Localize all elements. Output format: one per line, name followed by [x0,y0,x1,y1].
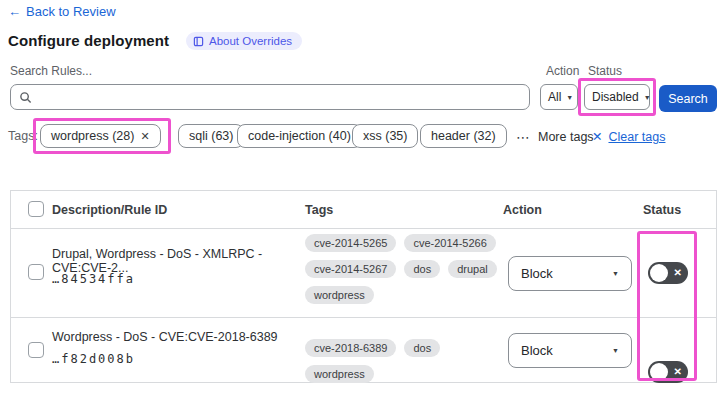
tag-chip: dos [404,260,440,278]
tag-pill-label: code-injection (40) [248,129,351,143]
column-header-description: Description/Rule ID [52,203,167,217]
action-label: Action [546,64,579,78]
action-select-value: Block [521,343,553,358]
about-overrides-label: About Overrides [209,35,292,47]
search-button[interactable]: Search [659,85,717,112]
tag-pill-xss[interactable]: xss (35) [352,124,418,148]
more-tags-button[interactable]: ⋯ More tags [516,129,594,145]
search-rules-input-wrapper [10,84,530,110]
chevron-down-icon: ▼ [612,270,619,277]
table-row-divider [10,317,717,318]
tag-chip: wordpress [305,365,374,383]
chevron-down-icon: ▼ [612,347,619,354]
selected-tag-label: wordpress (28) [51,129,134,143]
tag-chip: dos [404,339,440,357]
action-filter-dropdown[interactable]: All ▼ [540,84,578,110]
more-tags-label: More tags [538,130,594,144]
tag-pill-label: sqli (63) [189,129,233,143]
status-label: Status [588,64,622,78]
chevron-down-icon: ▼ [566,94,573,101]
tags-bar-label: Tags: [8,129,38,143]
back-to-review-link[interactable]: ← Back to Review [8,4,116,19]
action-select[interactable]: Block ▼ [508,333,632,368]
tag-pill-sqli[interactable]: sqli (63) [178,124,244,148]
tag-chip: wordpress [305,286,374,304]
page-title: Configure deployment [8,32,169,49]
tag-pill-header[interactable]: header (32) [420,124,507,148]
tag-chip: drupal [448,260,497,278]
toggle-knob [650,363,668,381]
selected-tag-wordpress[interactable]: wordpress (28) ✕ [40,124,161,148]
book-icon [193,36,204,47]
column-header-action: Action [503,203,542,217]
clear-icon: ✕ [592,129,602,144]
clear-tags-link[interactable]: ✕ Clear tags [592,129,665,144]
tag-chip: cve-2014-5267 [305,260,396,278]
column-header-tags: Tags [305,203,333,217]
tag-chip: cve-2018-6389 [305,339,396,357]
action-select[interactable]: Block ▼ [508,256,632,291]
status-filter-dropdown[interactable]: Disabled ▼ [584,84,650,110]
toggle-off-icon: ✕ [674,367,682,377]
clear-tags-label: Clear tags [608,130,665,144]
chevron-down-icon: ▼ [644,94,651,101]
rule-description: Drupal, Wordpress - DoS - XMLRPC - CVE:C… [52,247,297,275]
tag-chip: cve-2014-5265 [305,234,396,252]
action-filter-value: All [548,90,561,104]
toggle-off-icon: ✕ [674,268,682,278]
tag-pill-label: header (32) [431,129,496,143]
tag-pill-code-injection[interactable]: code-injection (40) [237,124,362,148]
rule-description: Wordpress - DoS - CVE:CVE-2018-6389 [52,330,312,344]
search-rules-input[interactable] [38,90,521,104]
rule-id: …f82d008b [52,352,135,366]
status-toggle-off[interactable]: ✕ [648,361,688,383]
table-header-divider [10,228,717,229]
status-filter-value: Disabled [592,90,639,104]
search-icon [19,91,32,104]
tag-pill-label: xss (35) [363,129,407,143]
status-toggle-off[interactable]: ✕ [648,262,688,284]
search-rules-label: Search Rules... [10,64,92,78]
column-header-status: Status [643,203,681,217]
back-arrow-icon: ← [8,4,21,19]
about-overrides-badge[interactable]: About Overrides [186,32,302,50]
action-select-value: Block [521,266,553,281]
tag-chip: cve-2014-5266 [404,234,495,252]
row-checkbox[interactable] [28,264,44,280]
rule-tags: cve-2018-6389 dos wordpress [305,339,505,383]
select-all-checkbox[interactable] [28,201,44,217]
toggle-knob [650,264,668,282]
rule-tags: cve-2014-5265 cve-2014-5266 cve-2014-526… [305,234,505,304]
row-checkbox[interactable] [28,342,44,358]
ellipsis-icon: ⋯ [516,129,531,145]
rule-id: …84534ffa [52,272,135,286]
configure-deployment-page: ← Back to Review Configure deployment Ab… [0,0,725,406]
remove-tag-icon[interactable]: ✕ [140,130,149,143]
back-link-label: Back to Review [26,4,116,19]
